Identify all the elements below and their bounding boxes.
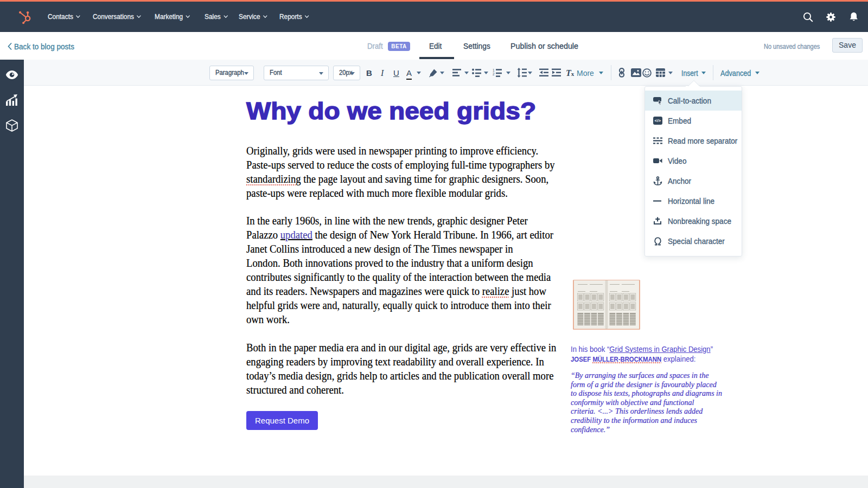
svg-text:2: 2 [493,72,495,76]
svg-text:1: 1 [493,68,495,72]
svg-text:</>: </> [655,118,661,123]
